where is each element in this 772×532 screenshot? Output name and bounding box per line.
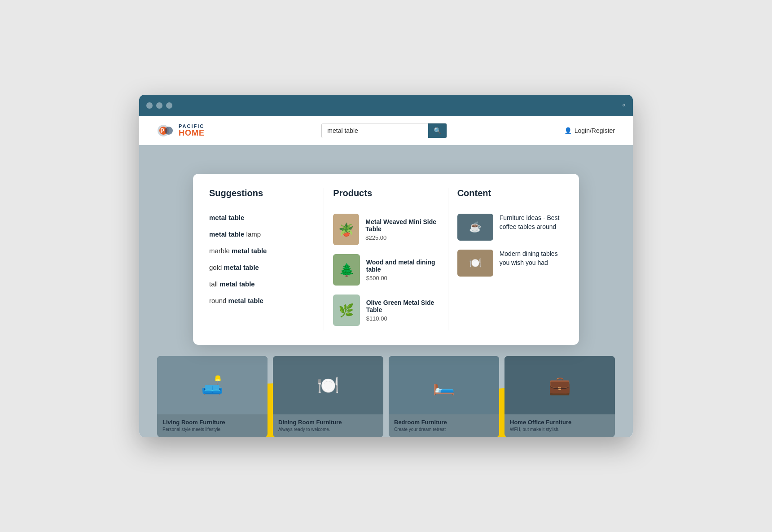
browser-dot-yellow	[156, 102, 162, 109]
browser-dot-red	[146, 102, 153, 109]
login-label: Login/Register	[575, 127, 615, 134]
suggestion-bold-6: metal table	[228, 297, 263, 304]
suggestion-prefix-3: marble	[209, 247, 232, 255]
suggestion-prefix-6: round	[209, 297, 228, 304]
suggestion-bold-1: metal table	[209, 214, 244, 221]
divider-2	[448, 188, 448, 330]
search-icon: 🔍	[434, 127, 441, 134]
product-name-3: Olive Green Metal Side Table	[366, 299, 439, 313]
product-name-2: Wood and metal dining table	[366, 259, 439, 273]
category-image-bedroom: 🛏️	[389, 356, 499, 414]
svg-point-3	[165, 127, 173, 135]
browser-titlebar: «	[139, 95, 633, 116]
category-living-room[interactable]: 🛋️ Living Room Furniture Personal style …	[157, 356, 268, 437]
category-image-living: 🛋️	[157, 356, 268, 414]
navbar: P PACIFIC HOME 🔍 👤 Login/Register	[139, 116, 633, 145]
product-image-1: 🪴	[333, 214, 359, 245]
suggestions-heading: Suggestions	[209, 188, 315, 198]
logo-icon: P	[157, 122, 175, 140]
suggestion-bold-5: metal table	[219, 280, 254, 288]
logo[interactable]: P PACIFIC HOME	[157, 122, 205, 140]
content-item-2[interactable]: 🍽️ Modern dining tables you wish you had	[457, 245, 563, 281]
search-bar[interactable]: 🔍	[321, 123, 447, 138]
suggestion-item-4[interactable]: gold metal table	[209, 259, 315, 276]
logo-home: HOME	[179, 129, 205, 138]
category-subtitle-living: Personal style meets lifestyle.	[162, 427, 262, 432]
suggestion-bold-3: metal table	[232, 247, 267, 255]
divider-1	[324, 188, 324, 330]
product-item-3[interactable]: 🌿 Olive Green Metal Side Table $110.00	[333, 290, 439, 330]
content-image-1: ☕	[457, 214, 493, 241]
logo-text: PACIFIC HOME	[179, 123, 205, 138]
browser-chevron: «	[622, 101, 626, 108]
product-name-1: Metal Weaved Mini Side Table	[365, 218, 439, 233]
svg-text:P: P	[160, 127, 164, 134]
category-image-office: 💼	[504, 356, 615, 414]
content-heading: Content	[457, 188, 563, 198]
product-image-3: 🌿	[333, 295, 360, 326]
suggestion-bold-4: metal table	[224, 264, 259, 271]
user-icon: 👤	[564, 127, 572, 134]
product-item-1[interactable]: 🪴 Metal Weaved Mini Side Table $225.00	[333, 209, 439, 250]
search-button[interactable]: 🔍	[428, 123, 447, 138]
product-image-2: 🌲	[333, 254, 360, 286]
browser-window: « P PACIFIC HOME 🔍 👤 Login/Register	[139, 95, 633, 437]
category-image-dining: 🍽️	[273, 356, 383, 414]
main-content: Suggestions metal table metal table lamp…	[139, 145, 633, 437]
product-price-2: $500.00	[366, 275, 439, 281]
product-price-3: $110.00	[366, 315, 439, 322]
content-column: Content ☕ Furniture ideas - Best coffee …	[457, 188, 563, 330]
category-dining-room[interactable]: 🍽️ Dining Room Furniture Always ready to…	[273, 356, 383, 437]
login-button[interactable]: 👤 Login/Register	[564, 127, 615, 134]
category-subtitle-office: WFH, but make it stylish.	[510, 427, 610, 432]
search-dropdown: Suggestions metal table metal table lamp…	[193, 174, 579, 345]
browser-content: Suggestions metal table metal table lamp…	[139, 145, 633, 437]
content-image-2: 🍽️	[457, 250, 493, 277]
product-info-2: Wood and metal dining table $500.00	[366, 259, 439, 281]
category-title-dining: Dining Room Furniture	[278, 419, 378, 426]
search-input[interactable]	[322, 123, 428, 138]
category-info-office: Home Office Furniture WFH, but make it s…	[504, 414, 615, 437]
category-info-bedroom: Bedroom Furniture Create your dream retr…	[389, 414, 499, 437]
suggestion-item-3[interactable]: marble metal table	[209, 242, 315, 259]
category-title-living: Living Room Furniture	[162, 419, 262, 426]
content-title-1: Furniture ideas - Best coffee tables aro…	[500, 214, 563, 231]
product-info-3: Olive Green Metal Side Table $110.00	[366, 299, 439, 322]
category-info-living: Living Room Furniture Personal style mee…	[157, 414, 268, 437]
suggestion-item-1[interactable]: metal table	[209, 209, 315, 226]
suggestion-item-2[interactable]: metal table lamp	[209, 226, 315, 242]
category-title-office: Home Office Furniture	[510, 419, 610, 426]
product-price-1: $225.00	[365, 234, 439, 241]
category-subtitle-bedroom: Create your dream retreat	[394, 427, 494, 432]
products-heading: Products	[333, 188, 439, 198]
content-title-2: Modern dining tables you wish you had	[500, 250, 563, 267]
content-item-1[interactable]: ☕ Furniture ideas - Best coffee tables a…	[457, 209, 563, 245]
suggestion-bold-2: metal table	[209, 230, 244, 238]
product-info-1: Metal Weaved Mini Side Table $225.00	[365, 218, 439, 241]
suggestion-item-5[interactable]: tall metal table	[209, 276, 315, 292]
suggestion-item-6[interactable]: round metal table	[209, 292, 315, 309]
products-column: Products 🪴 Metal Weaved Mini Side Table …	[333, 188, 439, 330]
category-info-dining: Dining Room Furniture Always ready to we…	[273, 414, 383, 437]
product-item-2[interactable]: 🌲 Wood and metal dining table $500.00	[333, 250, 439, 290]
category-bedroom[interactable]: 🛏️ Bedroom Furniture Create your dream r…	[389, 356, 499, 437]
suggestion-suffix-2: lamp	[244, 230, 261, 238]
browser-dot-green	[166, 102, 172, 109]
suggestion-prefix-4: gold	[209, 264, 224, 271]
suggestion-prefix-5: tall	[209, 280, 219, 288]
category-title-bedroom: Bedroom Furniture	[394, 419, 494, 426]
suggestions-column: Suggestions metal table metal table lamp…	[209, 188, 315, 330]
category-subtitle-dining: Always ready to welcome.	[278, 427, 378, 432]
category-home-office[interactable]: 💼 Home Office Furniture WFH, but make it…	[504, 356, 615, 437]
